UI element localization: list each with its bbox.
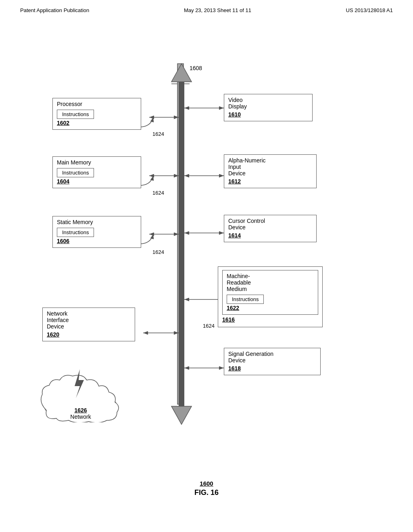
signal-generation-box: Signal Generation Device 1618 [224,348,321,375]
network-cloud-container: 1626 Network [36,358,125,424]
svg-marker-7 [171,406,192,424]
static-memory-instructions: Instructions [57,228,94,237]
main-memory-box: Main Memory Instructions 1604 [52,156,141,188]
diagram-area: 1608 Processor Instructions 1602 Main Me… [0,17,413,509]
diagram-svg [0,17,413,509]
signal-generation-title: Signal Generation Device [228,351,316,364]
network-interface-title: Network Interface Device [47,310,131,330]
figure-caption-container: 1600 FIG. 16 [176,480,237,497]
bus-label-1624-2: 1624 [152,190,164,196]
main-memory-number: 1604 [57,178,137,185]
figure-number: 1600 [176,480,237,487]
bus-label-1624-1: 1624 [152,131,164,137]
video-display-number: 1610 [228,111,308,118]
network-number: 1626 [74,407,87,414]
header-center: May 23, 2013 Sheet 11 of 11 [184,7,251,13]
bus-label-1624-3: 1624 [152,249,164,255]
alpha-numeric-box: Alpha-Numeric Input Device 1612 [224,154,317,188]
static-memory-number: 1606 [57,238,137,244]
bus-label-top: 1608 [190,65,202,71]
static-memory-title: Static Memory [57,219,137,225]
video-display-title: Video Display [228,97,308,110]
network-interface-box: Network Interface Device 1620 [42,308,135,341]
processor-number: 1602 [57,120,137,126]
bus-label-1624-4: 1624 [203,323,215,329]
machine-readable-outer-number: 1616 [222,316,318,323]
svg-marker-4 [171,64,190,404]
network-cloud-label: Network [70,414,91,420]
network-label: 1626 Network [70,407,91,420]
processor-box: Processor Instructions 1602 [52,98,141,130]
machine-readable-title: Machine- Readable Medium [227,273,314,292]
machine-readable-outer-box: Machine- Readable Medium Instructions 16… [218,266,323,327]
cursor-control-box: Cursor Control Device 1614 [224,215,317,242]
signal-generation-number: 1618 [228,365,316,372]
alpha-numeric-title: Alpha-Numeric Input Device [228,157,312,177]
cursor-control-number: 1614 [228,232,312,239]
header-right: US 2013/128018 A1 [346,7,393,13]
processor-title: Processor [57,101,137,107]
main-memory-instructions: Instructions [57,168,94,177]
page: Patent Application Publication May 23, 2… [0,0,413,532]
machine-readable-inner-number: 1622 [227,305,314,311]
network-interface-number: 1620 [47,331,131,338]
header-left: Patent Application Publication [20,7,89,13]
processor-instructions: Instructions [57,110,94,119]
machine-readable-inner-box: Machine- Readable Medium Instructions 16… [222,270,318,315]
cursor-control-title: Cursor Control Device [228,218,312,231]
figure-label: FIG. 16 [176,488,237,497]
video-display-box: Video Display 1610 [224,94,313,121]
svg-marker-6 [171,64,192,82]
page-header: Patent Application Publication May 23, 2… [0,0,413,17]
machine-readable-instructions: Instructions [227,295,264,304]
main-memory-title: Main Memory [57,159,137,166]
alpha-numeric-number: 1612 [228,178,312,185]
static-memory-box: Static Memory Instructions 1606 [52,216,141,248]
